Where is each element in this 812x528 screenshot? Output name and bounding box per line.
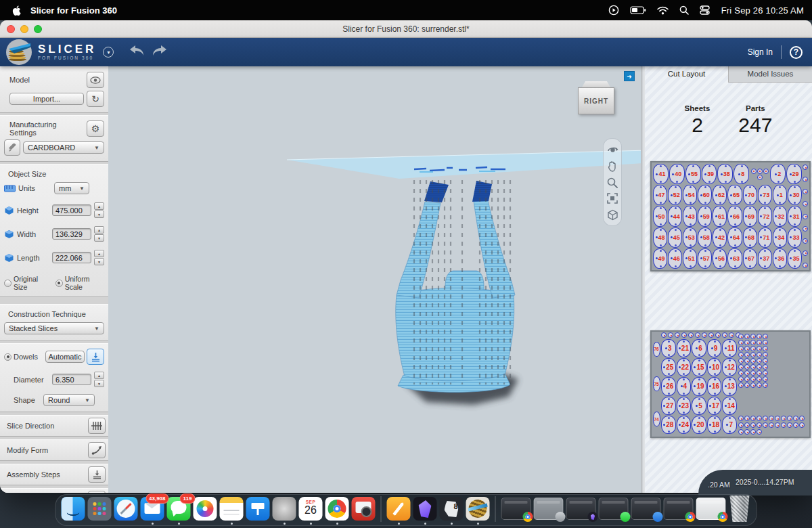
minimized-window-thumbnail[interactable] <box>599 498 629 520</box>
cut-part[interactable]: 41 <box>653 164 669 184</box>
cut-part[interactable]: 20 <box>692 416 706 434</box>
cut-part[interactable]: 4 <box>677 377 692 395</box>
original-size-radio[interactable] <box>4 280 12 287</box>
search-icon[interactable] <box>679 5 689 15</box>
dock-system-settings-icon[interactable] <box>273 497 296 521</box>
cut-part[interactable]: 30 <box>788 185 802 205</box>
modify-form-row[interactable]: Modify Form <box>0 439 108 461</box>
cut-part[interactable]: 7 <box>722 416 737 434</box>
cut-part[interactable]: 42 <box>713 227 727 248</box>
sign-in-button[interactable]: Sign In <box>748 47 773 57</box>
minimized-window-thumbnail[interactable] <box>664 498 694 520</box>
cut-part[interactable]: 52 <box>668 185 682 205</box>
length-stepper[interactable]: ▲▼ <box>94 250 104 265</box>
cut-part[interactable]: 65 <box>727 185 742 205</box>
battery-icon[interactable] <box>630 6 646 14</box>
desktop-file-label[interactable]: 2025-0....14.27PM <box>736 478 794 486</box>
dock-calendar-icon[interactable]: SEP26 <box>299 497 323 521</box>
cut-part[interactable]: 16 <box>707 377 722 395</box>
orbit-tool-icon[interactable] <box>607 144 618 156</box>
height-stepper[interactable]: ▲▼ <box>94 202 104 218</box>
control-center-icon[interactable] <box>700 5 710 15</box>
minimized-window-thumbnail[interactable] <box>566 498 596 520</box>
cut-part[interactable]: 1 <box>773 185 787 205</box>
edge-part[interactable]: 75 <box>653 376 660 391</box>
cut-part[interactable]: 3 <box>661 339 676 357</box>
sheet-preview-1[interactable]: 4140553938822947525460626570731305044435… <box>650 161 811 271</box>
cut-part[interactable]: 58 <box>698 227 712 248</box>
dock-launchpad-icon[interactable] <box>88 497 112 521</box>
menubar-app-name[interactable]: Slicer for Fusion 360 <box>30 5 117 16</box>
cut-part[interactable]: 5 <box>692 397 706 415</box>
brand-menu-dropdown[interactable]: ▼ <box>103 47 114 58</box>
cut-part[interactable]: 18 <box>707 416 722 434</box>
cut-part[interactable]: 17 <box>707 397 722 415</box>
cut-part[interactable]: 22 <box>677 358 692 376</box>
cut-part[interactable]: 59 <box>698 206 712 226</box>
cut-part[interactable]: 48 <box>653 227 667 248</box>
cut-part[interactable]: 12 <box>722 358 737 376</box>
dock-chrome-icon[interactable] <box>325 497 349 521</box>
cut-part[interactable]: 46 <box>668 248 682 269</box>
dock-messages-icon[interactable]: 119 <box>167 497 191 521</box>
cut-part[interactable]: 13 <box>722 377 737 395</box>
assembly-steps-button[interactable] <box>88 466 106 483</box>
cut-part[interactable]: 45 <box>668 227 682 248</box>
cut-part[interactable]: 63 <box>727 248 742 269</box>
wifi-icon[interactable] <box>657 6 669 15</box>
cut-part[interactable]: 57 <box>698 248 712 269</box>
edge-part[interactable]: 76 <box>653 342 660 357</box>
visibility-toggle-button[interactable] <box>87 72 104 88</box>
cut-part[interactable]: 26 <box>661 377 676 395</box>
title-bar[interactable]: Slicer for Fusion 360: surrender.stl* <box>0 20 812 38</box>
edge-part[interactable]: 74 <box>653 412 660 426</box>
cut-part[interactable]: 47 <box>653 185 667 205</box>
cut-part[interactable]: 72 <box>758 206 772 226</box>
minimized-window-thumbnail[interactable] <box>696 498 726 520</box>
cut-part[interactable]: 2 <box>770 164 786 184</box>
redo-button[interactable] <box>150 44 168 60</box>
cut-part[interactable]: 6 <box>692 339 706 357</box>
width-input[interactable] <box>52 228 91 240</box>
cut-part[interactable]: 55 <box>685 164 701 184</box>
dock-safari-icon[interactable] <box>114 497 138 521</box>
slice-direction-button[interactable] <box>88 418 106 434</box>
width-stepper[interactable]: ▲▼ <box>94 226 104 242</box>
dowels-mode-button[interactable]: Automatic <box>45 351 85 363</box>
help-button[interactable]: ? <box>790 46 803 59</box>
minimized-window-thumbnail[interactable] <box>631 498 661 520</box>
apple-menu-icon[interactable] <box>12 5 21 16</box>
dock-notes-icon[interactable] <box>220 497 244 521</box>
minimized-window-thumbnail[interactable] <box>534 498 564 520</box>
undo-button[interactable] <box>129 44 146 60</box>
view-cube[interactable]: RIGHT <box>578 81 614 114</box>
cut-part[interactable]: 27 <box>661 397 676 415</box>
dowels-tool-button[interactable] <box>87 349 104 365</box>
cut-part[interactable]: 50 <box>653 206 667 226</box>
3d-viewport[interactable]: ➜ RIGHT <box>108 66 641 493</box>
cut-part[interactable]: 14 <box>722 397 737 415</box>
cut-part[interactable]: 15 <box>692 358 706 376</box>
assembly-steps-row[interactable]: Assembly Steps <box>0 464 108 485</box>
cut-part[interactable]: 23 <box>677 397 692 415</box>
dock-photo-booth-icon[interactable] <box>352 497 376 521</box>
cut-part[interactable]: 69 <box>743 206 757 226</box>
cut-part[interactable]: 34 <box>773 227 787 248</box>
cut-part[interactable]: 56 <box>713 248 727 269</box>
cut-part[interactable]: 36 <box>773 248 787 269</box>
zoom-tool-icon[interactable] <box>607 177 618 188</box>
dock-photos-icon[interactable] <box>194 497 217 521</box>
cut-part[interactable]: 10 <box>707 358 722 376</box>
cut-part[interactable]: 44 <box>668 206 682 226</box>
cut-part[interactable]: 38 <box>717 164 733 184</box>
menubar-clock[interactable]: Fri Sep 26 10:25 AM <box>721 5 804 16</box>
cut-part[interactable]: 39 <box>702 164 717 184</box>
cut-part[interactable]: 60 <box>698 185 712 205</box>
trash-icon[interactable] <box>729 496 751 522</box>
reload-model-button[interactable]: ↻ <box>87 91 104 107</box>
cut-part[interactable]: 32 <box>773 206 787 226</box>
edit-material-button[interactable] <box>4 139 20 156</box>
cut-part[interactable]: 70 <box>743 185 757 205</box>
dock-slicer-icon[interactable] <box>466 497 490 521</box>
cut-part[interactable]: 73 <box>758 185 772 205</box>
